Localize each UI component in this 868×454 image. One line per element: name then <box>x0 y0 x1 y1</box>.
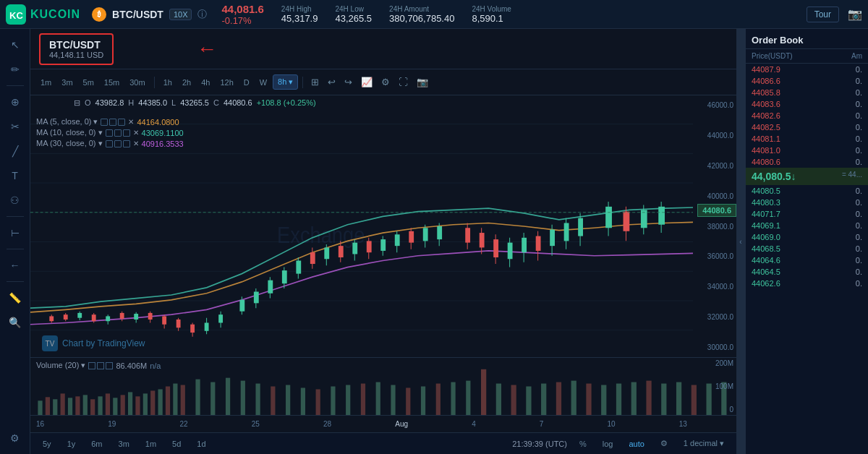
pencil-icon[interactable]: ✏ <box>5 59 25 80</box>
logo-text: KUCOIN <box>30 8 80 21</box>
ma5-x[interactable]: ✕ <box>128 118 134 126</box>
svg-rect-60 <box>395 234 400 246</box>
ob-buy-3[interactable]: 44071.7 0. <box>746 208 868 220</box>
tf-4h[interactable]: 4h <box>197 76 214 89</box>
back-icon[interactable]: ← <box>5 255 25 275</box>
zoom-icon[interactable]: 🔍 <box>5 312 25 333</box>
vol-value: 86.406M <box>116 361 147 370</box>
ma30-eye[interactable] <box>106 140 113 147</box>
svg-rect-54 <box>352 243 357 254</box>
settings-btn[interactable]: ⚙ <box>657 437 671 450</box>
tf-D[interactable]: D <box>239 76 254 89</box>
camera-icon[interactable]: 📷 <box>848 7 862 21</box>
ma5-eye[interactable] <box>101 119 108 126</box>
cursor-icon[interactable]: ↖ <box>5 35 25 55</box>
ob-buy-7[interactable]: 44064.6 0. <box>746 254 868 266</box>
measure-icon[interactable]: ⊢ <box>5 223 25 243</box>
collapse-arrow[interactable]: ‹ <box>736 29 745 454</box>
info-icon[interactable]: ⓘ <box>197 8 207 21</box>
screenshot-icon[interactable]: 📷 <box>413 74 432 90</box>
svg-rect-99 <box>75 396 80 415</box>
ob-buy-8[interactable]: 44064.5 0. <box>746 266 868 278</box>
leverage-badge[interactable]: 10X <box>169 9 192 20</box>
tf-12h[interactable]: 12h <box>216 76 237 89</box>
crosshair-icon[interactable]: ⊕ <box>5 92 25 112</box>
ob-sell-9[interactable]: 44080.6 0. <box>746 156 868 168</box>
pattern-icon[interactable]: ⚇ <box>5 190 25 210</box>
ma30-settings[interactable] <box>114 140 122 147</box>
ob-entries: 44087.9 0. 44086.6 0. 44085.8 0. 44083.6… <box>746 64 868 454</box>
ma10-settings[interactable] <box>114 129 122 137</box>
tf-1m[interactable]: 1m <box>36 76 56 89</box>
tf-1h[interactable]: 1h <box>159 76 176 89</box>
settings-icon[interactable]: ⚙ <box>378 74 393 90</box>
decimal-selector[interactable]: 1 decimal ▾ <box>680 437 728 450</box>
ob-buy-4[interactable]: 44069.1 0. <box>746 220 868 231</box>
bt-1d[interactable]: 1d <box>193 438 209 450</box>
ob-buy-2[interactable]: 44080.3 0. <box>746 197 868 208</box>
svg-rect-16 <box>77 313 82 318</box>
ma10-x[interactable]: ✕ <box>133 129 139 137</box>
svg-rect-104 <box>113 398 117 415</box>
ob-sell-6[interactable]: 44082.5 0. <box>746 121 868 133</box>
trend-line-icon[interactable]: ╱ <box>5 141 25 161</box>
ob-sell-3[interactable]: 44085.8 0. <box>746 87 868 98</box>
log-toggle[interactable]: log <box>599 438 617 450</box>
symbol-box[interactable]: BTC/USDT 44,148.11 USD <box>39 33 114 65</box>
scissors-icon[interactable]: ✂ <box>5 116 25 137</box>
tour-button[interactable]: Tour <box>807 7 839 22</box>
ma30-delete[interactable] <box>123 140 130 147</box>
vol-settings[interactable] <box>97 362 104 369</box>
tf-15m[interactable]: 15m <box>100 76 124 89</box>
ob-sell-1[interactable]: 44087.9 0. <box>746 64 868 75</box>
tf-5m[interactable]: 5m <box>79 76 98 89</box>
ob-buy-5[interactable]: 44069.0 0. <box>746 231 868 243</box>
bt-6m[interactable]: 6m <box>88 438 106 450</box>
ob-buy-6[interactable]: 44068.5 0. <box>746 243 868 254</box>
ob-sell-2[interactable]: 44086.6 0. <box>746 75 868 87</box>
bt-5y[interactable]: 5y <box>39 438 55 450</box>
trading-pair[interactable]: BTC/USDT <box>112 9 163 20</box>
ma10-delete[interactable] <box>123 129 130 137</box>
ob-buy-9[interactable]: 44062.6 0. <box>746 278 868 289</box>
ma30-x[interactable]: ✕ <box>133 140 139 147</box>
ob-sell-7[interactable]: 44081.1 0. <box>746 133 868 145</box>
ob-buy-1[interactable]: 44080.5 0. <box>746 185 868 197</box>
ma5-settings[interactable] <box>109 119 116 126</box>
ruler-icon[interactable]: 📏 <box>5 288 25 308</box>
ma10-eye[interactable] <box>106 129 113 137</box>
ob-sell-8[interactable]: 44081.0 0. <box>746 145 868 156</box>
x-22: 22 <box>180 420 188 428</box>
tf-W[interactable]: W <box>255 76 271 89</box>
settings-sidebar-icon[interactable]: ⚙ <box>5 428 25 448</box>
undo-icon[interactable]: ↩ <box>324 74 339 90</box>
tf-2h[interactable]: 2h <box>178 76 195 89</box>
svg-rect-144 <box>646 381 651 415</box>
ob-title: Order Book <box>752 35 804 46</box>
amount-label: 24H Amount <box>389 5 454 13</box>
ma5-delete[interactable] <box>118 119 125 126</box>
bt-1y[interactable]: 1y <box>64 438 80 450</box>
fullscreen-icon[interactable]: ⛶ <box>395 74 412 90</box>
text-icon[interactable]: T <box>5 166 25 186</box>
vol-eye[interactable] <box>88 362 95 369</box>
bt-1m[interactable]: 1m <box>142 438 160 450</box>
percent-toggle[interactable]: % <box>576 438 590 450</box>
x-7: 7 <box>540 420 544 428</box>
ob-sell-5[interactable]: 44082.6 0. <box>746 110 868 121</box>
auto-toggle[interactable]: auto <box>625 438 647 450</box>
redo-icon[interactable]: ↪ <box>341 74 356 90</box>
bt-5d[interactable]: 5d <box>169 438 184 450</box>
vol-delete[interactable] <box>106 362 113 369</box>
tf-3m[interactable]: 3m <box>57 76 77 89</box>
line-chart-icon[interactable]: 📈 <box>357 74 376 90</box>
tf-30m[interactable]: 30m <box>125 76 149 89</box>
bt-3m[interactable]: 3m <box>115 438 133 450</box>
tf-8h[interactable]: 8h ▾ <box>273 74 298 90</box>
candle-type-icon[interactable]: ⊞ <box>307 74 323 90</box>
svg-rect-111 <box>166 387 170 416</box>
ma10-label: MA (10, close, 0) ▾ <box>36 128 103 137</box>
svg-rect-125 <box>361 384 365 415</box>
ob-sell-4[interactable]: 44083.6 0. <box>746 98 868 110</box>
open-value: 43982.8 <box>95 98 124 108</box>
